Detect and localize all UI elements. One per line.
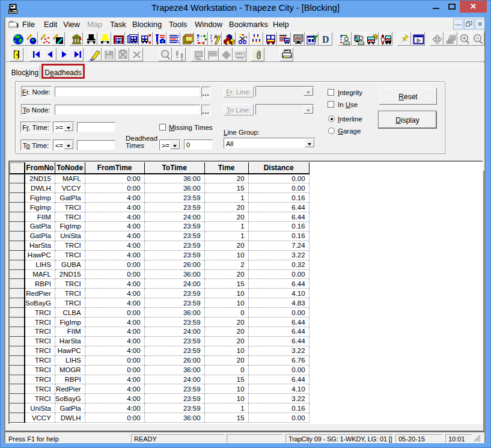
svg-text:D: D: [322, 34, 329, 44]
svg-text:x: x: [245, 35, 248, 39]
